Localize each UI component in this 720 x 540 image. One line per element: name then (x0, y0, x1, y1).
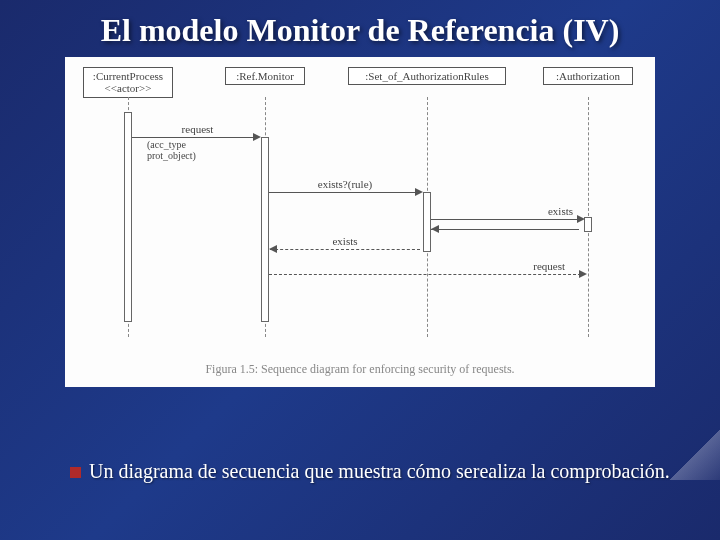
lifeline-stereotype: <<actor>> (88, 82, 168, 95)
arrow-head-icon (431, 225, 439, 233)
arrow-head-icon (577, 215, 585, 223)
msg-label-request-return: request (270, 260, 580, 272)
msg-label-existsrule: exists?(rule) (270, 178, 420, 190)
lifeline-name: :CurrentProcess (88, 70, 168, 83)
msg-arrow-dashed (270, 249, 420, 250)
lifeline-box-authorization: :Authorization (543, 67, 633, 86)
activation-bar (423, 192, 431, 252)
msg-label-exists-bi: exists (433, 205, 583, 217)
msg-arrow (431, 229, 579, 230)
msg-sublabel: (acc_type prot_object) (135, 139, 260, 161)
bullet-marker-icon (70, 467, 81, 478)
arrow-head-icon (415, 188, 423, 196)
lifeline-box-refmonitor: :Ref.Monitor (225, 67, 305, 86)
lifeline-box-authrules: :Set_of_AuthorizationRules (348, 67, 506, 86)
lifeline-name: :Authorization (548, 70, 628, 83)
page-curl-icon (670, 430, 720, 480)
slide-title: El modelo Monitor de Referencia (IV) (0, 0, 720, 49)
sequence-diagram: :CurrentProcess <<actor>> :Ref.Monitor :… (65, 57, 655, 387)
msg-arrow (431, 219, 579, 220)
msg-label-exists-return: exists (270, 235, 420, 247)
bullet-item: Un diagrama de secuencia que muestra cóm… (70, 460, 690, 483)
lifeline-name: :Ref.Monitor (230, 70, 300, 83)
figure-caption: Figura 1.5: Sequence diagram for enforci… (65, 362, 655, 377)
activation-bar (124, 112, 132, 322)
msg-arrow (269, 192, 417, 193)
msg-arrow-dashed (269, 274, 581, 275)
activation-bar (261, 137, 269, 322)
bullet-text: Un diagrama de secuencia que muestra cóm… (89, 460, 670, 483)
arrow-head-icon (269, 245, 277, 253)
lifeline-name: :Set_of_AuthorizationRules (353, 70, 501, 83)
msg-label-request: request (135, 123, 260, 135)
msg-arrow (132, 137, 254, 138)
activation-bar (584, 217, 592, 232)
arrow-head-icon (579, 270, 587, 278)
lifeline-box-currentprocess: :CurrentProcess <<actor>> (83, 67, 173, 98)
